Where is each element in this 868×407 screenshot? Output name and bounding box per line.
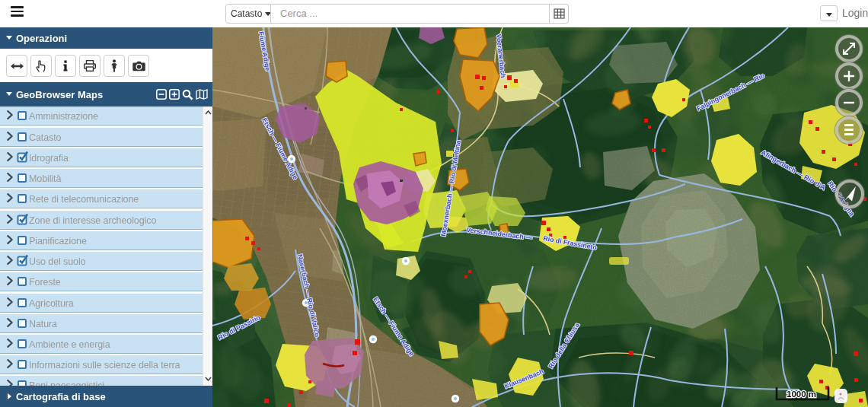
svg-text:1000 m: 1000 m	[787, 390, 816, 399]
